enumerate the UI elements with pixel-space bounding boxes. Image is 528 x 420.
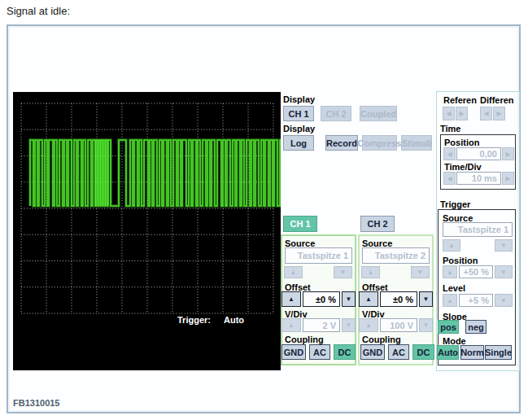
figure-code: FB1310015 [13, 398, 60, 408]
screen: Signal at idle: Trigger: Auto Display CH… [0, 0, 528, 420]
ch2-source-up-button: ▲ [361, 266, 380, 278]
arrow-right-icon: ▶ [505, 151, 510, 158]
ch2-vdiv-up-button: ▲ [359, 318, 378, 332]
timediv-decrease-button: ◀ [443, 172, 456, 185]
ch1-offset-up-button[interactable]: ▲ [281, 291, 301, 307]
arrow-down-icon: ▼ [346, 322, 352, 329]
trigger-source-up-button: ▲ [443, 239, 460, 252]
ch1-source-up-button: ▲ [284, 266, 303, 278]
arrow-up-icon: ▲ [365, 322, 372, 329]
page-title: Signal at idle: [7, 5, 70, 17]
coupled-display-button: Coupled [360, 106, 397, 121]
scope-trigger-value: Auto [224, 315, 244, 325]
scope-trigger-label: Trigger: [177, 315, 211, 325]
trigger-level-down-button: ▼ [495, 294, 513, 307]
arrow-right-icon: ▶ [496, 110, 501, 117]
trigger-source-value: Tastspitze 1 [443, 222, 513, 237]
ch1-display-button[interactable]: CH 1 [283, 106, 314, 121]
trigger-position-label: Position [443, 256, 478, 265]
ch2-coupling-gnd-button[interactable]: GND [360, 344, 385, 360]
arrow-up-icon: ▲ [290, 269, 297, 276]
timediv-increase-button: ▶ [502, 172, 514, 185]
time-position-decrease-button: ◀ [443, 147, 456, 160]
time-position-label: Position [444, 138, 479, 147]
trigger-position-up-button: ▲ [443, 265, 457, 278]
arrow-down-icon: ▼ [500, 269, 507, 276]
arrow-up-icon: ▲ [447, 269, 453, 276]
referen-prev-button: ◀ [443, 107, 455, 120]
mode-norm-button[interactable]: Norm [460, 345, 484, 360]
mode-single-button[interactable]: Single [485, 345, 512, 360]
ch2-coupling-dc-button[interactable]: DC [412, 344, 434, 360]
trigger-source-down-button: ▼ [495, 239, 513, 252]
arrow-right-icon: ▶ [459, 110, 464, 117]
arrow-left-icon: ◀ [447, 175, 452, 182]
ch1-coupling-gnd-button[interactable]: GND [281, 344, 306, 360]
arrow-up-icon: ▲ [447, 297, 453, 304]
arrow-up-icon: ▲ [368, 269, 374, 276]
ch2-select-button[interactable]: CH 2 [360, 216, 395, 232]
time-position-value: 0,00 [456, 147, 501, 160]
ch1-vdiv-down-button: ▼ [342, 318, 356, 332]
trigger-level-value: +5 % [459, 294, 493, 307]
arrow-down-icon: ▼ [500, 242, 507, 249]
arrow-up-icon: ▲ [288, 295, 295, 303]
ch2-offset-up-button[interactable]: ▲ [359, 291, 378, 307]
ch2-offset-down-button[interactable]: ▼ [419, 291, 433, 307]
arrow-up-icon: ▲ [288, 322, 295, 329]
ch2-source-down-button: ▼ [411, 266, 430, 278]
time-group-label: Time [440, 124, 460, 133]
arrow-up-icon: ▲ [448, 242, 455, 249]
differen-prev-button: ◀ [480, 107, 492, 120]
referen-label: Referen [443, 95, 477, 105]
ch2-display-button: CH 2 [321, 106, 351, 121]
timediv-value: 10 ms [456, 172, 501, 185]
compress-button: Compress [362, 135, 397, 151]
ch1-coupling-dc-button[interactable]: DC [334, 344, 356, 360]
ch1-offset-down-button[interactable]: ▼ [342, 291, 356, 307]
ch1-coupling-label: Coupling [285, 335, 324, 344]
arrow-down-icon: ▼ [340, 269, 347, 276]
ch2-vdiv-value: 100 V [380, 318, 417, 332]
log-button[interactable]: Log [283, 135, 314, 151]
ch2-source-value: Tastspitze 2 [362, 247, 430, 264]
ch1-source-down-button: ▼ [334, 266, 352, 278]
ch2-offset-value: ±0 % [380, 291, 417, 307]
trigger-level-label: Level [443, 283, 465, 293]
mode-auto-button[interactable]: Auto [437, 345, 459, 360]
arrow-down-icon: ▼ [346, 295, 352, 303]
trigger-position-value: +50 % [459, 265, 493, 278]
trigger-position-down-button: ▼ [495, 265, 513, 278]
ch1-coupling-ac-button[interactable]: AC [309, 344, 330, 360]
ch1-source-value: Tastspitze 1 [285, 247, 352, 264]
record-button[interactable]: Record [325, 135, 358, 151]
trigger-group-label: Trigger [440, 199, 470, 209]
arrow-down-icon: ▼ [423, 295, 430, 303]
arrow-left-icon: ◀ [446, 110, 451, 117]
arrow-right-icon: ▶ [505, 175, 510, 182]
ch1-select-button[interactable]: CH 1 [283, 216, 317, 232]
differen-next-button: ▶ [493, 107, 505, 120]
arrow-up-icon: ▲ [365, 295, 372, 303]
ch1-offset-value: ±0 % [303, 291, 340, 307]
stimuli-button: Stimuli [401, 135, 432, 151]
arrow-left-icon: ◀ [447, 151, 452, 158]
ch1-vdiv-up-button: ▲ [281, 318, 301, 332]
timediv-label: Time/Div [444, 162, 482, 172]
arrow-down-icon: ▼ [423, 322, 430, 329]
trigger-level-up-button: ▲ [443, 294, 457, 307]
scope-display: Trigger: Auto [13, 92, 281, 370]
slope-neg-button[interactable]: neg [465, 320, 487, 334]
arrow-left-icon: ◀ [483, 110, 488, 117]
ch2-coupling-label: Coupling [362, 335, 401, 344]
ch2-vdiv-down-button: ▼ [419, 318, 433, 332]
ch2-coupling-ac-button[interactable]: AC [388, 344, 409, 360]
display-channels-label: Display [283, 94, 315, 104]
ch1-vdiv-value: 2 V [303, 318, 340, 332]
waveform-plot [13, 92, 281, 370]
arrow-down-icon: ▼ [417, 269, 424, 276]
slope-pos-button[interactable]: pos [438, 320, 459, 334]
display-mode-label: Display [283, 124, 315, 133]
differen-label: Differen [480, 95, 514, 105]
time-position-increase-button: ▶ [502, 147, 514, 160]
